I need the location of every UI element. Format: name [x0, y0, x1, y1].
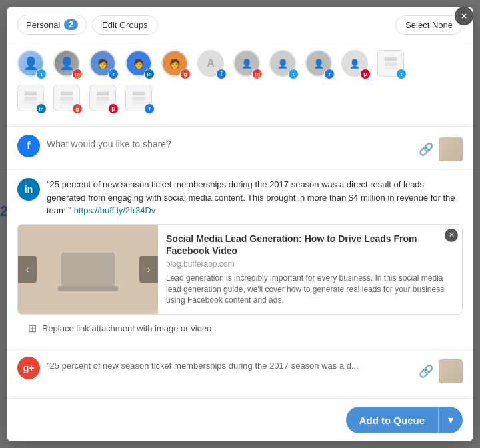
article-img-placeholder	[18, 225, 158, 315]
stack-linkedin[interactable]: in	[17, 85, 48, 115]
gplus-actions: 🔗	[419, 359, 463, 383]
modal-footer: Add to Queue ▾	[7, 398, 473, 441]
stack-google-badge: g	[72, 103, 83, 114]
article-card: ‹ › Social Media Lead Generation: How to…	[17, 224, 463, 315]
svg-rect-14	[133, 102, 145, 105]
stack-google[interactable]: g	[53, 85, 84, 115]
stack-pinterest[interactable]: p	[89, 85, 120, 115]
compose-input[interactable]	[47, 135, 412, 149]
svg-rect-6	[61, 92, 73, 96]
compose-actions: 🔗	[419, 137, 463, 161]
article-card-inner: ‹ › Social Media Lead Generation: How to…	[18, 225, 462, 315]
svg-rect-5	[25, 102, 37, 105]
add-to-queue-label: Add to Queue	[346, 408, 438, 433]
facebook-badge: f	[108, 69, 119, 79]
svg-rect-13	[133, 97, 145, 101]
link-icon[interactable]: 🔗	[419, 142, 433, 157]
select-none-button[interactable]: Select None	[395, 15, 463, 35]
stack-fb-badge: f	[144, 103, 155, 114]
add-to-queue-caret[interactable]: ▾	[439, 407, 463, 433]
replace-icon: ⊞	[28, 322, 37, 335]
linkedin-post-icon: in	[17, 178, 40, 201]
close-button[interactable]: ×	[455, 7, 473, 25]
modal-header: Personal 2 Edit Groups Select None	[7, 7, 473, 43]
svg-rect-4	[25, 97, 37, 101]
article-domain: blog.bufferapp.com	[166, 259, 454, 269]
gplus-post-section: g+ "25 percent of new season ticket memb…	[7, 350, 473, 390]
linkedin-post-section: in "25 percent of new season ticket memb…	[7, 170, 473, 350]
article-prev-button[interactable]: ‹	[18, 256, 37, 283]
avatars-row-2: in g p f	[17, 85, 463, 115]
avatars-row-1: 👤 t 👤 in 🧑 f 🧑 in 🧑 g A f	[17, 50, 463, 81]
stack-fb[interactable]: f	[125, 85, 156, 115]
svg-rect-12	[133, 92, 145, 96]
replace-attachment[interactable]: ⊞ Replace link attachment with image or …	[17, 315, 463, 341]
avatars-section: 👤 t 👤 in 🧑 f 🧑 in 🧑 g A f	[7, 43, 473, 127]
avatar-person-6[interactable]: A f	[197, 50, 228, 81]
instagram-badge: in	[72, 69, 83, 79]
google-badge: g	[180, 69, 191, 79]
svg-rect-8	[61, 102, 73, 105]
avatar-person-8[interactable]: 👤 t	[269, 50, 300, 81]
replace-label: Replace link attachment with image or vi…	[42, 323, 211, 333]
content-area: f 🔗 in "25 percent of new season ticket …	[7, 127, 473, 398]
instagram-badge-2: in	[252, 69, 263, 79]
article-next-button[interactable]: ›	[139, 256, 158, 283]
gplus-link-icon[interactable]: 🔗	[419, 364, 433, 379]
stack-twitter-badge: t	[396, 69, 407, 79]
avatar-person-1[interactable]: 👤 t	[17, 50, 48, 81]
linkedin-post-text: "25 percent of new season ticket members…	[47, 178, 463, 217]
svg-rect-2	[385, 67, 397, 70]
svg-rect-16	[58, 286, 118, 291]
avatar-person-2[interactable]: 👤 in	[53, 50, 84, 81]
facebook-compose-icon: f	[17, 135, 40, 157]
linkedin-badge: in	[144, 69, 155, 79]
add-to-queue-button[interactable]: Add to Queue ▾	[346, 407, 463, 433]
svg-rect-3	[25, 92, 37, 96]
stack-linkedin-badge: in	[36, 103, 47, 114]
article-close-button[interactable]: ✕	[445, 229, 458, 242]
tab-personal[interactable]: Personal 2	[17, 15, 87, 35]
avatar-person-4[interactable]: 🧑 in	[125, 50, 156, 81]
stack-pinterest-badge: p	[108, 103, 119, 114]
svg-rect-10	[97, 97, 109, 101]
twitter-badge-2: t	[288, 69, 299, 79]
svg-rect-0	[385, 57, 397, 61]
avatar-person-5[interactable]: 🧑 g	[161, 50, 192, 81]
avatar-person-7[interactable]: 👤 in	[233, 50, 264, 81]
fb-badge-2: f	[216, 69, 227, 79]
tab-personal-count: 2	[64, 19, 78, 30]
thumbnail-preview	[439, 137, 463, 161]
gplus-thumbnail	[439, 359, 463, 383]
pinterest-badge: p	[360, 69, 371, 79]
avatar-person-3[interactable]: 🧑 f	[89, 50, 120, 81]
article-title: Social Media Lead Generation: How to Dri…	[166, 233, 454, 257]
post-link[interactable]: https://buff.ly/2Ir34Dv	[74, 205, 156, 215]
gplus-icon: g+	[17, 357, 40, 379]
article-content: Social Media Lead Generation: How to Dri…	[158, 225, 462, 315]
linkedin-post-header: in "25 percent of new season ticket memb…	[17, 178, 463, 217]
article-image: ‹ ›	[18, 225, 158, 315]
tab-personal-label: Personal	[26, 20, 60, 30]
article-description: Lead generation is incredibly important …	[166, 273, 454, 306]
gplus-post-text: "25 percent of new season ticket members…	[47, 357, 412, 371]
modal-container: Personal 2 Edit Groups Select None 👤 t 👤…	[7, 7, 473, 441]
svg-rect-1	[385, 62, 397, 66]
svg-rect-11	[97, 102, 109, 105]
svg-rect-15	[61, 253, 115, 286]
edit-groups-button[interactable]: Edit Groups	[92, 15, 158, 35]
twitter-badge: t	[36, 69, 47, 79]
avatar-person-9[interactable]: 👤 f	[305, 50, 336, 81]
stack-twitter[interactable]: t	[377, 50, 408, 81]
avatar-person-10[interactable]: 👤 p	[341, 50, 372, 81]
facebook-badge-2: f	[324, 69, 335, 79]
svg-rect-9	[97, 92, 109, 96]
svg-rect-7	[61, 97, 73, 101]
compose-section: f 🔗	[7, 127, 473, 170]
